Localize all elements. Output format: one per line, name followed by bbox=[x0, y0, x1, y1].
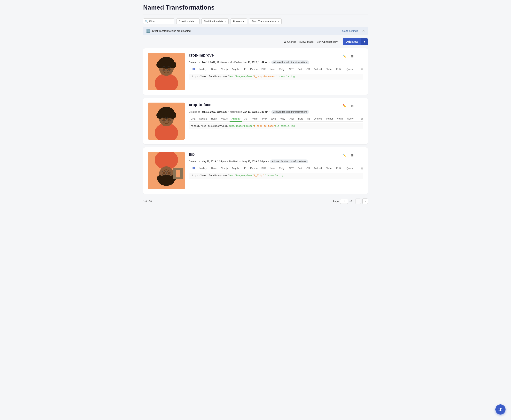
tab-android[interactable]: Android bbox=[312, 67, 323, 72]
page-controls: Page of 1 ‹ › bbox=[333, 198, 368, 204]
tab-angular[interactable]: Angular bbox=[230, 166, 242, 171]
tab-js[interactable]: JS bbox=[242, 116, 249, 122]
tab-angular[interactable]: Angular bbox=[230, 67, 242, 72]
tab-url[interactable]: URL bbox=[189, 116, 197, 122]
add-new-button[interactable]: Add New bbox=[343, 38, 361, 45]
copy-icon[interactable]: ⧉ bbox=[361, 167, 363, 170]
tab-ruby[interactable]: Ruby bbox=[277, 67, 286, 72]
page-label: Page bbox=[333, 200, 338, 203]
tab-jquery[interactable]: jQuery bbox=[344, 67, 355, 72]
edit-icon[interactable]: ✏️ bbox=[341, 152, 347, 158]
tab-java[interactable]: Java bbox=[268, 166, 277, 171]
tab-dart[interactable]: Dart bbox=[296, 67, 304, 72]
copy-icon[interactable]: ⧉ bbox=[361, 68, 363, 71]
svg-point-33 bbox=[167, 172, 170, 174]
more-options-icon[interactable]: ⋮ bbox=[357, 103, 363, 109]
page-input[interactable] bbox=[340, 199, 348, 204]
tab-ruby[interactable]: Ruby bbox=[277, 166, 286, 171]
info-icon: ℹ️ bbox=[146, 29, 150, 33]
change-preview-button[interactable]: 🖼 Change Preview Image bbox=[284, 40, 314, 43]
grid-icon[interactable]: ⊞ bbox=[349, 53, 355, 59]
tab-php[interactable]: PHP bbox=[259, 166, 268, 171]
tab-android[interactable]: Android bbox=[312, 116, 324, 122]
more-options-icon[interactable]: ⋮ bbox=[357, 152, 363, 158]
tab-dart[interactable]: Dart bbox=[296, 166, 304, 171]
tab-python[interactable]: Python bbox=[249, 116, 260, 122]
prev-page-button[interactable]: ‹ bbox=[355, 198, 361, 204]
tab-flutter[interactable]: Flutter bbox=[324, 166, 334, 171]
svg-point-32 bbox=[163, 172, 165, 174]
tab-dart[interactable]: Dart bbox=[296, 116, 305, 122]
tab-js[interactable]: JS bbox=[242, 166, 248, 171]
tab-react[interactable]: React bbox=[209, 67, 219, 72]
sort-icon: ↑ bbox=[338, 40, 340, 43]
tab-nodejs[interactable]: Node.js bbox=[197, 116, 209, 122]
go-to-settings-link[interactable]: Go to settings bbox=[342, 30, 358, 32]
tab-python[interactable]: Python bbox=[248, 166, 259, 171]
modification-date-filter[interactable]: Modification date ▼ bbox=[202, 18, 229, 24]
tab-angular[interactable]: Angular bbox=[230, 116, 242, 122]
tab-nodejs[interactable]: Node.js bbox=[198, 67, 210, 72]
tab-js[interactable]: JS bbox=[242, 67, 248, 72]
tab-python[interactable]: Python bbox=[248, 67, 259, 72]
chevron-down-icon: ▼ bbox=[195, 20, 197, 22]
grid-icon[interactable]: ⊞ bbox=[349, 152, 355, 158]
tab-react[interactable]: React bbox=[209, 166, 219, 171]
tab-flutter[interactable]: Flutter bbox=[324, 116, 335, 122]
tab-kotlin[interactable]: Kotlin bbox=[334, 67, 344, 72]
tab-dotnet[interactable]: .NET bbox=[286, 166, 295, 171]
svg-point-30 bbox=[157, 175, 163, 181]
tab-ruby[interactable]: Ruby bbox=[278, 116, 287, 122]
add-new-dropdown-button[interactable]: ▼ bbox=[361, 38, 368, 45]
presets-filter[interactable]: Presets ▼ bbox=[231, 18, 247, 24]
tab-kotlin[interactable]: Kotlin bbox=[335, 116, 345, 122]
tab-vuejs[interactable]: Vue.js bbox=[219, 166, 230, 171]
card-header: crop-improve ✏️ ⊞ ⋮ bbox=[189, 53, 363, 59]
tab-java[interactable]: Java bbox=[269, 116, 278, 122]
card-meta: Created on Jan 11, 2022, 11:45 am • Modi… bbox=[189, 110, 363, 114]
next-page-button[interactable]: › bbox=[362, 198, 368, 204]
sort-alphabetically-button[interactable]: Sort Alphabetically ↑ bbox=[317, 40, 339, 43]
tab-flutter[interactable]: Flutter bbox=[324, 67, 334, 72]
tab-jquery[interactable]: jQuery bbox=[344, 166, 355, 171]
edit-icon[interactable]: ✏️ bbox=[341, 103, 347, 109]
close-icon[interactable]: ✕ bbox=[362, 29, 365, 33]
transformation-preview-image bbox=[148, 103, 185, 140]
tab-url[interactable]: URL bbox=[189, 166, 198, 171]
chevron-down-icon: ▼ bbox=[243, 20, 245, 22]
more-options-icon[interactable]: ⋮ bbox=[357, 53, 363, 59]
image-icon: 🖼 bbox=[284, 40, 286, 43]
tab-vuejs[interactable]: Vue.js bbox=[219, 67, 230, 72]
tab-nodejs[interactable]: Node.js bbox=[198, 166, 210, 171]
grid-icon[interactable]: ⊞ bbox=[349, 103, 355, 109]
transformation-preview-image bbox=[148, 152, 185, 189]
page-title: Named Transformations bbox=[143, 4, 368, 15]
chevron-down-icon: ▼ bbox=[224, 20, 226, 22]
tab-php[interactable]: PHP bbox=[260, 116, 269, 122]
tab-php[interactable]: PHP bbox=[259, 67, 268, 72]
tab-ios[interactable]: iOS bbox=[304, 67, 312, 72]
transformation-name: crop-to-face bbox=[189, 103, 211, 107]
copy-icon[interactable]: ⧉ bbox=[361, 117, 363, 121]
tab-dotnet[interactable]: .NET bbox=[286, 67, 295, 72]
tab-react[interactable]: React bbox=[209, 116, 219, 122]
svg-point-6 bbox=[160, 59, 166, 64]
creation-date-filter[interactable]: Creation date ▼ bbox=[176, 18, 200, 24]
tab-dotnet[interactable]: .NET bbox=[287, 116, 296, 122]
tab-android[interactable]: Android bbox=[312, 166, 323, 171]
tab-url[interactable]: URL bbox=[189, 67, 198, 72]
table-row: flip ✏️ ⊞ ⋮ Created on May 30, 2019, 1:2… bbox=[143, 147, 368, 194]
tab-ios[interactable]: iOS bbox=[304, 166, 312, 171]
tab-vuejs[interactable]: Vue.js bbox=[219, 116, 230, 122]
tab-kotlin[interactable]: Kotlin bbox=[334, 166, 344, 171]
svg-point-22 bbox=[167, 118, 170, 121]
tab-ios[interactable]: iOS bbox=[305, 116, 312, 122]
svg-point-8 bbox=[163, 68, 165, 70]
tab-java[interactable]: Java bbox=[268, 67, 277, 72]
add-new-button-group: Add New ▼ bbox=[343, 38, 368, 45]
strict-transformations-filter[interactable]: Strict Transformations ▼ bbox=[249, 18, 282, 24]
url-display: https://res.cloudinary.com/demo/image/up… bbox=[189, 123, 363, 129]
tab-jquery[interactable]: jQuery bbox=[345, 116, 355, 122]
edit-icon[interactable]: ✏️ bbox=[341, 53, 347, 59]
url-display: https://res.cloudinary.com/demo/image/up… bbox=[189, 74, 363, 80]
